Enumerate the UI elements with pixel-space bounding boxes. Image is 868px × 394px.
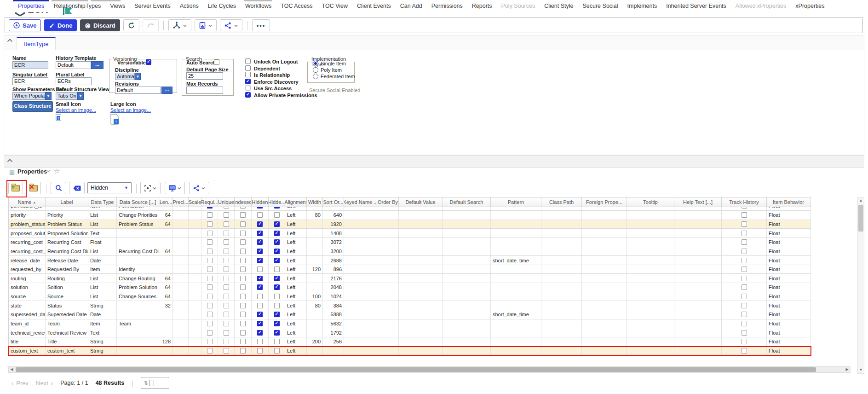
column-header-track_history[interactable]: Track History [722,197,767,207]
table-row[interactable]: technical_reviewTechnical ReviewTextLeft… [9,328,811,337]
table-row[interactable]: solutionSoltionListProblem Solution64Lef… [9,283,811,292]
table-row[interactable]: superseded_dateSuperseded DateDateLeft58… [9,310,811,319]
grid-checkbox-hidden[interactable] [257,267,263,272]
column-header-help_text[interactable]: Help Text [...] [674,197,722,207]
column-header-keyed_name[interactable]: Keyed Name ... [344,197,377,207]
grid-checkbox-hidden2[interactable] [274,221,280,227]
column-header-scale[interactable]: Scale [189,197,201,207]
delete-property-button[interactable]: ✕ [26,182,41,194]
grid-checkbox-hidden2[interactable] [274,267,280,272]
grid-checkbox-track_history[interactable] [742,284,747,290]
grid-checkbox-track_history[interactable] [742,267,747,272]
hidden-filter-select[interactable]: Hidden ▼ [87,182,132,193]
grid-checkbox-hidden[interactable] [257,258,263,263]
grid-checkbox-track_history[interactable] [742,330,747,336]
grid-checkbox-indexed[interactable] [240,303,246,308]
favorite-star-icon[interactable]: ☆ [54,167,60,175]
grid-checkbox-indexed[interactable] [240,258,246,263]
tab-relationshiptypes[interactable]: RelationshipTypes [49,0,105,12]
grid-checkbox-hidden2[interactable] [274,330,280,336]
refresh-button[interactable] [123,19,139,31]
grid-checkbox-hidden[interactable] [257,221,263,227]
structure-menu-button[interactable] [168,19,191,31]
column-header-len[interactable]: Len... [159,197,173,207]
grid-checkbox-required[interactable] [207,284,213,290]
name-field[interactable]: ECR [12,61,48,69]
default-page-size-field[interactable]: 25 [186,72,223,80]
grid-checkbox-unique[interactable] [224,267,229,272]
grid-checkbox-unique[interactable] [224,339,229,344]
tab-toc-view[interactable]: TOC View [317,0,353,12]
grid-checkbox-hidden[interactable] [257,249,263,254]
scroll-right-arrow[interactable]: ▶ [844,367,850,372]
vertical-scrollbar[interactable]: ▲ ▼ [857,197,864,374]
tab-inherited-server-events[interactable]: Inherited Server Events [661,0,731,12]
grid-checkbox-indexed[interactable] [240,284,246,290]
grid-checkbox-unique[interactable] [224,212,229,218]
discipline-select[interactable]: Automatic [115,73,135,80]
grid-checkbox-track_history[interactable] [742,231,747,236]
tab-life-cycles[interactable]: Life Cycles [203,0,241,12]
tab-xproperties[interactable]: xProperties [791,0,829,12]
horizontal-scrollbar-thumb[interactable] [16,367,816,372]
grid-checkbox-required[interactable] [207,330,213,336]
grid-checkbox-required[interactable] [207,348,213,353]
grid-checkbox-unique[interactable] [224,312,229,317]
class-structure-button[interactable]: Class Structure [12,101,53,112]
grid-checkbox-unique[interactable] [224,276,229,281]
column-header-name[interactable]: Name▲ [9,197,46,207]
horizontal-scrollbar[interactable]: ◀ ▶ [8,366,851,373]
show-parameters-tab-select[interactable]: When Populated [12,92,45,100]
next-page-button[interactable]: Next › [36,380,53,387]
grid-checkbox-indexed[interactable] [240,339,246,344]
collapse-grid-chevron-icon[interactable] [7,159,13,162]
flag-checkbox-enforce-discovery[interactable] [245,79,251,84]
grid-checkbox-track_history[interactable] [742,258,747,263]
radio-single-item[interactable] [313,61,318,66]
grid-checkbox-hidden[interactable] [257,303,263,308]
grid-checkbox-hidden[interactable] [257,330,263,336]
grid-checkbox-hidden[interactable] [257,212,263,218]
column-header-order_by[interactable]: Order By [377,197,399,207]
large-icon-preview[interactable]: ? [110,114,120,125]
column-header-data_source[interactable]: Data Source [...] [117,197,159,207]
column-header-hidden[interactable]: Hidden [252,197,269,207]
grid-checkbox-required[interactable] [207,207,213,209]
table-row[interactable]: recurring_costRecurring CostFloatLeft307… [9,238,811,247]
column-header-precision[interactable]: Preci... [173,197,189,207]
tab-permissions[interactable]: Permissions [427,0,467,12]
done-button[interactable]: ✓ Done [44,19,77,31]
radio-poly-item[interactable] [313,67,318,73]
grid-checkbox-track_history[interactable] [742,339,747,344]
table-row[interactable]: custom_textcustom_textStringLeftFloat [9,347,811,356]
column-header-alignment[interactable]: Alignment [285,197,307,207]
tab-itemtype[interactable]: ItemType [17,37,56,50]
column-header-tooltip[interactable]: Tooltip [627,197,674,207]
grid-checkbox-hidden[interactable] [257,284,263,290]
tab-workflows[interactable]: Workflows [241,0,276,12]
reports-menu-button[interactable] [195,19,217,31]
grid-checkbox-unique[interactable] [224,207,229,209]
search-rows-button[interactable] [51,182,66,194]
tab-toc-access[interactable]: TOC Access [276,0,317,12]
history-template-picker-button[interactable]: ... [91,61,103,69]
radio-federated-item[interactable] [313,74,318,79]
default-structure-view-select[interactable]: Tabs On [56,92,77,100]
grid-checkbox-unique[interactable] [224,221,229,227]
grid-checkbox-track_history[interactable] [742,312,747,317]
revisions-field[interactable]: Default [115,87,161,94]
save-button[interactable]: Save [9,19,41,31]
table-row[interactable]: routingRoutingListChange Routing64Left21… [9,274,811,283]
table-row[interactable]: problem_statusProblem StatusListProblem … [9,220,811,229]
column-header-indexed[interactable]: Indexed [235,197,252,207]
grid-checkbox-hidden[interactable] [257,207,263,209]
table-row[interactable]: release_dateRelease DateDateLeft2688shor… [9,256,811,265]
column-header-data_type[interactable]: Data Type [88,197,117,207]
grid-checkbox-hidden[interactable] [257,239,263,245]
grid-checkbox-hidden[interactable] [257,348,263,353]
grid-checkbox-required[interactable] [207,339,213,344]
grid-checkbox-indexed[interactable] [240,312,246,317]
table-row[interactable]: sourceSourceListChange Sources64Left1001… [9,292,811,301]
table-row[interactable]: permission_idItemPermissionLeftFloat [9,207,811,211]
grid-checkbox-hidden[interactable] [257,276,263,281]
